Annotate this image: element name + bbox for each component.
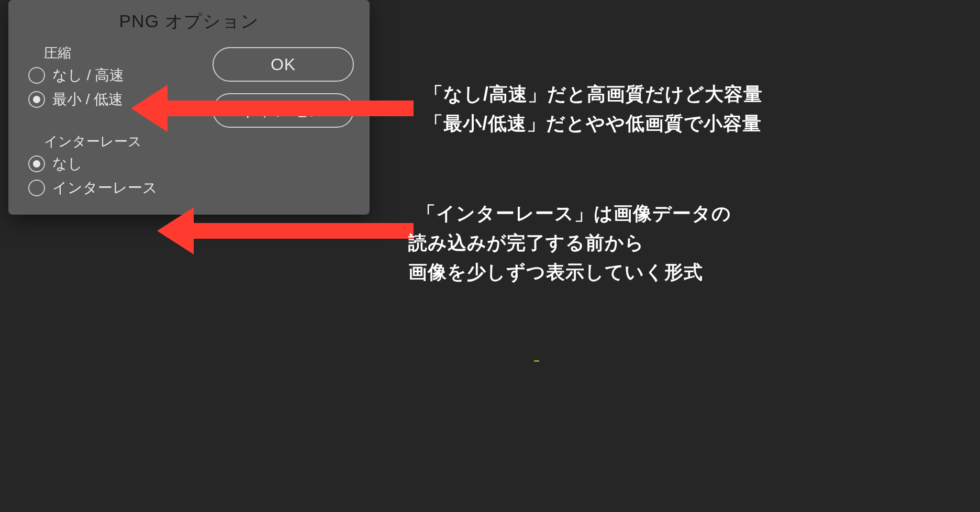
png-options-dialog: PNG オプション 圧縮 なし / 高速 最小 / 低速 インターレース bbox=[8, 0, 370, 215]
interlace-section: インターレース なし インターレース bbox=[24, 132, 203, 200]
radio-icon bbox=[28, 155, 45, 172]
compression-section: 圧縮 なし / 高速 最小 / 低速 bbox=[24, 44, 203, 112]
dialog-title: PNG オプション bbox=[8, 0, 370, 41]
buttons-column: OK キャンセル bbox=[213, 44, 354, 200]
radio-icon bbox=[28, 180, 45, 196]
radio-label: なし bbox=[52, 154, 83, 174]
radio-label: インターレース bbox=[52, 178, 158, 198]
cancel-button[interactable]: キャンセル bbox=[213, 93, 354, 128]
dialog-body: 圧縮 なし / 高速 最小 / 低速 インターレース なし bbox=[8, 41, 370, 200]
radio-label: 最小 / 低速 bbox=[52, 90, 123, 109]
ok-button[interactable]: OK bbox=[213, 47, 354, 82]
note-compression-line1: 「なし/高速」だと高画質だけど大容量 bbox=[424, 80, 763, 109]
radio-icon bbox=[28, 67, 45, 84]
radio-compression-min-slow[interactable]: 最小 / 低速 bbox=[24, 87, 203, 112]
radio-label: なし / 高速 bbox=[52, 65, 124, 85]
radio-interlace-none[interactable]: なし bbox=[24, 152, 203, 176]
note-interlace-line3: 画像を少しずつ表示していく形式 bbox=[408, 258, 703, 287]
radio-compression-none-fast[interactable]: なし / 高速 bbox=[24, 63, 203, 87]
radio-interlace-interlace[interactable]: インターレース bbox=[24, 176, 203, 200]
note-compression-line2: 「最小/低速」だとやや低画質で小容量 bbox=[424, 109, 762, 138]
interlace-label: インターレース bbox=[24, 132, 203, 152]
compression-label: 圧縮 bbox=[24, 44, 203, 63]
decorative-speck bbox=[534, 360, 539, 362]
note-interlace-line1: 「インターレース」は画像データの bbox=[417, 199, 731, 228]
radio-icon bbox=[28, 91, 45, 108]
options-column: 圧縮 なし / 高速 最小 / 低速 インターレース なし bbox=[24, 44, 203, 200]
note-interlace-line2: 読み込みが完了する前から bbox=[408, 228, 644, 258]
